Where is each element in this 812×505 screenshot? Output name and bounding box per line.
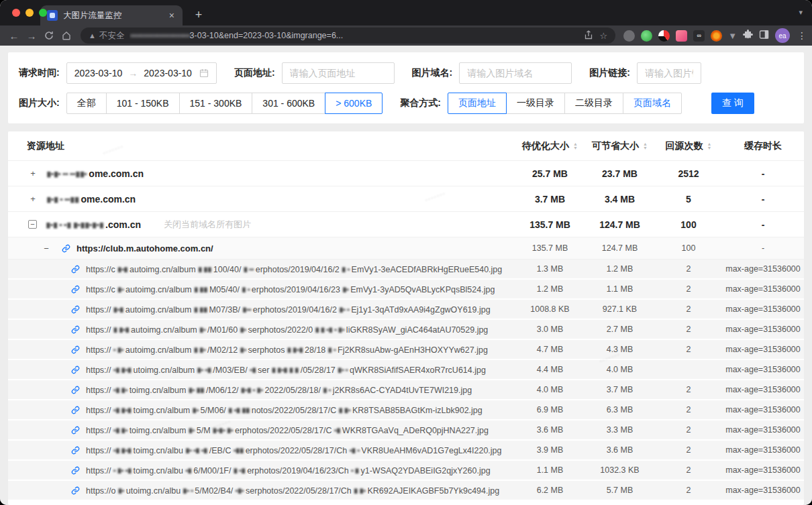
- close-domain-images-link[interactable]: 关闭当前域名所有图片: [164, 219, 251, 231]
- resource-address[interactable]: https://▪▮ ▮▪toimg.cn/album▮▪ ▮▮/M06/12/…: [86, 385, 472, 395]
- cache-duration: max-age=31536000: [722, 284, 804, 294]
- origin-count: 2: [655, 465, 722, 475]
- resource-address[interactable]: https://▪▮ ▮▪toimg.cn/album▮▪5/M▮▪▮▪ ▮▪e…: [86, 425, 489, 435]
- table-row: https://▪▮ ▮▪toimg.cn/album▮▪5/M▮▪▮▪ ▮▪e…: [8, 420, 804, 441]
- expand-icon[interactable]: +: [28, 194, 38, 204]
- size-savable: 23.7 MB: [585, 168, 655, 179]
- origin-count: 2: [655, 425, 722, 435]
- reload-icon[interactable]: [40, 27, 58, 44]
- minimize-window-button[interactable]: [26, 9, 34, 17]
- img-size-option[interactable]: > 600KB: [325, 93, 383, 114]
- cache-duration: max-age=31536000: [722, 385, 804, 394]
- link-icon: [71, 265, 80, 274]
- img-size-option[interactable]: 全部: [66, 93, 107, 114]
- filter-panel: 请求时间: 2023-03-10 → 2023-03-10 页面地址: 图片域名…: [8, 52, 804, 123]
- resource-address[interactable]: https://▮▪▮autoimg.cn/album▮ ▮▮M07/3B/▮▪…: [86, 304, 491, 315]
- column-header[interactable]: 回源次数▲▼: [655, 140, 722, 152]
- size-savable: 3.4 MB: [585, 194, 655, 205]
- resource-address[interactable]: https://▪▮ ▮▪▮toimg.cn/albu▮▪ ▪▮ ▪▮/EB/C…: [86, 445, 502, 455]
- maximize-window-button[interactable]: [39, 9, 47, 17]
- resource-address: ▮▪▮ ▪ ▪▪▮▮ome.com.cn: [44, 194, 136, 205]
- search-button[interactable]: 查 询: [711, 93, 754, 114]
- extension-icon-mask[interactable]: ∞: [693, 30, 705, 42]
- cache-duration: -: [722, 219, 804, 230]
- cache-duration: max-age=31536000: [722, 486, 804, 495]
- share-icon[interactable]: [585, 30, 593, 42]
- img-link-input[interactable]: [637, 62, 701, 84]
- bookmark-star-icon[interactable]: ☆: [599, 31, 607, 41]
- size-to-optimize: 3.0 MB: [515, 325, 585, 334]
- date-range-picker[interactable]: 2023-03-10 → 2023-03-10: [66, 62, 217, 84]
- agg-mode-option[interactable]: 一级目录: [506, 93, 565, 114]
- origin-count: 2: [655, 486, 722, 495]
- collapse-icon[interactable]: −: [42, 243, 51, 254]
- table-row: https://▪▮ ▮▪▮toimg.cn/album▮▪5/M06/▮ ▪▮…: [8, 400, 804, 420]
- column-header[interactable]: 可节省大小▲▼: [585, 140, 655, 152]
- expand-icon[interactable]: +: [28, 168, 38, 178]
- column-header[interactable]: 待优化大小▲▼: [515, 140, 585, 152]
- resource-address[interactable]: https://▪▮ ▮▪▮toimg.cn/album▮▪5/M06/▮ ▪▮…: [86, 405, 483, 415]
- vue-devtools-icon[interactable]: ▼: [728, 31, 737, 41]
- browser-menu-icon[interactable]: ⋮: [797, 30, 807, 41]
- tab-close-icon[interactable]: ×: [168, 10, 176, 21]
- img-size-option[interactable]: 101 - 150KB: [106, 93, 180, 114]
- resource-address-cell: https://c▮▪autoimg.cn/album▮ ▮▮M05/40/▮ …: [8, 284, 515, 294]
- cache-duration: -: [722, 194, 804, 205]
- page-url-input[interactable]: [282, 62, 395, 84]
- resource-address[interactable]: https://c▮▪▮autoimg.cn/album▮ ▮▮100/40/▮…: [86, 264, 502, 274]
- img-size-group: 全部101 - 150KB151 - 300KB301 - 600KB> 600…: [66, 93, 383, 114]
- resource-address-cell: https://▪ ▮▪ ▪▮toimg.cn/albu▪▮6/M00/1F/▮…: [8, 465, 515, 475]
- resource-address[interactable]: https://▪ ▮▪autoimg.cn/album▮ ▮▪/M02/12▮…: [86, 345, 488, 355]
- side-panel-icon[interactable]: [759, 30, 769, 42]
- column-header-label: 缓存时长: [744, 140, 782, 152]
- sort-icons[interactable]: ▲▼: [707, 142, 712, 150]
- extension-icon-gray[interactable]: [623, 30, 635, 42]
- new-tab-button[interactable]: +: [191, 8, 207, 22]
- extension-icon-lens[interactable]: [711, 30, 722, 42]
- sort-icons[interactable]: ▲▼: [573, 142, 578, 150]
- extensions-puzzle-icon[interactable]: [743, 30, 753, 42]
- size-to-optimize: 3.6 MB: [515, 425, 585, 435]
- resource-address[interactable]: https://c▮▪autoimg.cn/album▮ ▮▮M05/40/▮ …: [86, 284, 495, 294]
- back-icon[interactable]: ←: [5, 27, 23, 44]
- resource-address[interactable]: https://▮ ▮▪▮autoimg.cn/album▮▪/M01/60▮▪…: [86, 325, 488, 335]
- img-size-option[interactable]: 301 - 600KB: [252, 93, 325, 114]
- img-domain-input[interactable]: [459, 62, 572, 84]
- tab-title: 大图片流量监控: [63, 10, 168, 21]
- browser-tab[interactable]: 大图片流量监控 ×: [40, 5, 183, 25]
- not-secure-label: 不安全: [99, 30, 125, 42]
- resource-address[interactable]: https://▪ ▮▪ ▪▮toimg.cn/albu▪▮6/M00/1F/▮…: [86, 465, 491, 475]
- size-to-optimize: 1008.8 KB: [515, 304, 585, 314]
- agg-mode-option[interactable]: 页面域名: [623, 93, 682, 114]
- forward-icon[interactable]: →: [23, 27, 40, 44]
- extension-icon-green[interactable]: [641, 30, 652, 42]
- resource-address[interactable]: https://club.m.autohome.com.cn/: [77, 243, 213, 254]
- img-size-option[interactable]: 151 - 300KB: [179, 93, 253, 114]
- img-size-label: 图片大小:: [19, 97, 60, 109]
- page-url-label: 页面地址:: [234, 67, 275, 79]
- agg-mode-option[interactable]: 页面地址: [448, 93, 507, 114]
- tab-search-chevron-icon[interactable]: ▾: [799, 8, 803, 17]
- address-bar[interactable]: ▲ 不安全 ▪▪▪▪▪▪▪▪▪▪▪▪▪▪▪▪▪▪▪▪▪▪▪▪▪▪3-03-10&…: [81, 27, 615, 44]
- profile-avatar[interactable]: ea: [775, 28, 790, 43]
- extension-icon-adblock[interactable]: [658, 30, 670, 42]
- home-icon[interactable]: [58, 27, 75, 44]
- resource-address[interactable]: https://▪▮ ▮▪▮utoimg.cn/album▮▪ ▪▮/M03/E…: [86, 365, 486, 375]
- extension-icon-pink[interactable]: [676, 30, 687, 42]
- origin-count: 2: [655, 284, 722, 294]
- size-to-optimize: 3.9 MB: [515, 445, 585, 455]
- column-header-label: 资源地址: [27, 140, 64, 152]
- resource-table: ▪▪▪▪▪▪▪ ▪▪▪▪▪▪▪ ▪▪▪▪▪▪▪ ▪▪▪▪▪▪▪ 资源地址待优化大…: [8, 131, 804, 505]
- resource-address-cell: https://▪▮ ▮▪toimg.cn/album▮▪5/M▮▪▮▪ ▮▪e…: [8, 425, 515, 435]
- table-row: https://▪ ▮▪autoimg.cn/album▮ ▮▪/M02/12▮…: [8, 340, 804, 360]
- collapse-icon[interactable]: −: [28, 220, 37, 229]
- close-window-button[interactable]: [12, 9, 20, 17]
- origin-count: 2: [655, 345, 722, 354]
- origin-count: 2: [655, 385, 722, 394]
- url-text: ▪▪▪▪▪▪▪▪▪▪▪▪▪▪▪▪▪▪▪▪▪▪▪▪▪▪3-03-10&end=20…: [130, 31, 578, 40]
- agg-mode-option[interactable]: 二级目录: [564, 93, 623, 114]
- link-icon: [71, 426, 80, 435]
- resource-address[interactable]: https://o▮▪utoimg.cn/albu▮▪ ▪5/M02/B4/▪▮…: [86, 486, 499, 496]
- sort-icons[interactable]: ▲▼: [643, 142, 648, 150]
- calendar-icon: [199, 68, 209, 78]
